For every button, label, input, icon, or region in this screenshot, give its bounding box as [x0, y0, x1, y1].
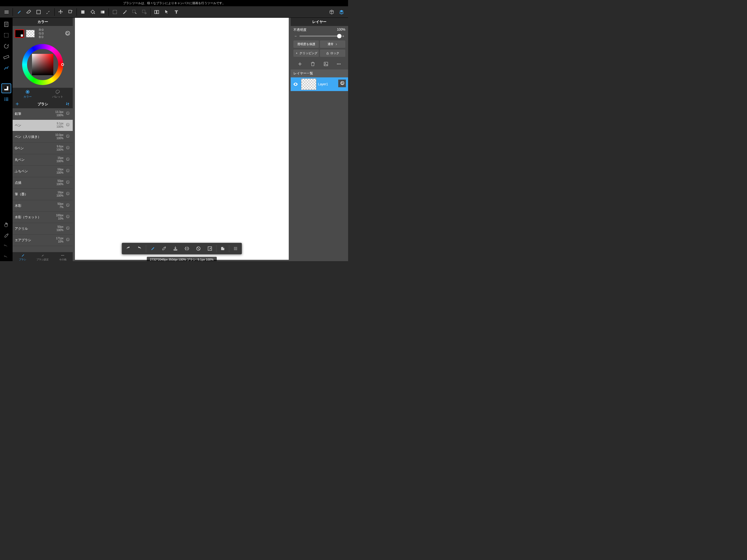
- opacity-slider[interactable]: [300, 35, 339, 36]
- menu-icon[interactable]: [2, 7, 11, 17]
- canvas[interactable]: [75, 18, 289, 260]
- brush-item[interactable]: 丸ペン 15px100%: [12, 154, 73, 166]
- fullscreen-icon[interactable]: [217, 244, 228, 254]
- edit-icon[interactable]: [204, 244, 215, 254]
- brush-item[interactable]: 鉛筆 13.3px100%: [12, 108, 73, 120]
- undo-icon[interactable]: [122, 244, 134, 254]
- color-wheel[interactable]: [12, 41, 73, 88]
- opacity-minus-icon[interactable]: −: [293, 34, 298, 38]
- brush-item[interactable]: 水彩 50px7%: [12, 200, 73, 212]
- more-layer-icon[interactable]: [335, 61, 342, 67]
- brush-values: 10.0px100%: [55, 133, 63, 140]
- layer-settings-icon[interactable]: [338, 80, 346, 87]
- add-layer-icon[interactable]: [297, 61, 303, 67]
- brush-item[interactable]: ふちペン 59px100%: [12, 166, 73, 177]
- lock-button[interactable]: ロック: [320, 50, 345, 57]
- clipping-button[interactable]: クリッピング: [293, 50, 319, 57]
- brush-gear-icon[interactable]: [65, 157, 71, 162]
- pointer-tool-icon[interactable]: [162, 7, 172, 17]
- foreground-color-swatch[interactable]: [15, 29, 24, 38]
- delete-layer-icon[interactable]: [310, 61, 316, 67]
- select-rect-icon[interactable]: [110, 7, 120, 17]
- brush-item[interactable]: 筆（墨） 18px100%: [12, 189, 73, 200]
- svg-point-35: [338, 63, 339, 64]
- brush-gear-icon[interactable]: [65, 111, 71, 117]
- layer-visibility-icon[interactable]: [292, 80, 300, 88]
- image-layer-icon[interactable]: [323, 61, 329, 67]
- status-bar: 2732*2048px 350dpi 100% ブラシ: 9.1px 100%: [147, 257, 216, 261]
- layers-icon[interactable]: [337, 7, 346, 17]
- brush-footer-brush[interactable]: ブラシ: [12, 252, 32, 261]
- flip-icon[interactable]: [181, 244, 192, 254]
- brush-gear-icon[interactable]: [65, 169, 71, 174]
- brush-tool-icon[interactable]: [14, 7, 24, 17]
- sort-brushes-icon[interactable]: [65, 101, 71, 107]
- svg-point-16: [61, 255, 62, 256]
- select-brush-icon[interactable]: [130, 7, 139, 17]
- shape-tool-icon[interactable]: [34, 7, 44, 17]
- 3d-icon[interactable]: [327, 7, 337, 17]
- brush-values: 100px10%: [56, 214, 63, 221]
- main-toolbar: [0, 6, 348, 18]
- brush-gear-icon[interactable]: [65, 203, 71, 208]
- brush-item[interactable]: エアブラシ 171px10%: [12, 235, 73, 246]
- eyedropper-tool-icon[interactable]: [1, 231, 11, 240]
- brush-item[interactable]: Gペン 9.6px100%: [12, 143, 73, 154]
- panel-split-icon[interactable]: [152, 7, 162, 17]
- svg-point-28: [234, 249, 235, 250]
- brush-gear-icon[interactable]: [65, 192, 71, 197]
- magic-wand-icon[interactable]: [120, 7, 130, 17]
- transform-tool-icon[interactable]: [66, 7, 75, 17]
- color-panel-tab-icon[interactable]: [1, 83, 11, 93]
- undo-side-icon[interactable]: [1, 253, 11, 261]
- text-tool-icon[interactable]: [172, 7, 181, 17]
- brush-gear-icon[interactable]: [65, 214, 71, 220]
- protect-alpha-button[interactable]: 透明度を保護: [293, 41, 319, 48]
- select-eraser-icon[interactable]: [139, 7, 149, 17]
- brush-gear-icon[interactable]: [65, 134, 71, 139]
- brush-gear-icon[interactable]: [65, 180, 71, 185]
- add-brush-icon[interactable]: [15, 101, 20, 107]
- hand-tool-icon[interactable]: [1, 220, 11, 230]
- brush-item[interactable]: ペン（入り抜き） 10.0px100%: [12, 131, 73, 143]
- brush-item[interactable]: ペン 9.1px100%: [12, 120, 73, 131]
- eyedropper-icon[interactable]: [158, 244, 170, 254]
- save-icon[interactable]: [170, 244, 181, 254]
- color-tab[interactable]: カラー: [12, 88, 43, 100]
- redo-icon[interactable]: [134, 244, 145, 254]
- reference-tab-icon[interactable]: [1, 63, 11, 73]
- redo-side-icon[interactable]: [1, 242, 11, 252]
- dot-tool-icon[interactable]: [44, 7, 53, 17]
- list-tab-icon[interactable]: [1, 94, 11, 104]
- color-settings-icon[interactable]: [64, 30, 71, 37]
- brush-footer-settings[interactable]: ブラシ設定: [32, 252, 52, 261]
- ruler-tab-icon[interactable]: [1, 52, 11, 62]
- svg-point-24: [236, 247, 237, 248]
- background-color-swatch[interactable]: [26, 29, 35, 38]
- rotate-lock-icon[interactable]: [192, 244, 204, 254]
- brush-mode-icon[interactable]: [147, 244, 158, 254]
- grid-icon[interactable]: [230, 244, 241, 254]
- brush-item[interactable]: 点描 50px100%: [12, 177, 73, 189]
- opacity-plus-icon[interactable]: +: [341, 34, 345, 38]
- blend-mode-button[interactable]: 通常: [320, 41, 345, 48]
- palette-tab[interactable]: パレット: [43, 88, 73, 100]
- bucket-tool-icon[interactable]: [88, 7, 98, 17]
- opacity-value: 100%: [337, 28, 345, 32]
- svg-point-23: [235, 247, 236, 248]
- brush-item[interactable]: アクリル 50px100%: [12, 223, 73, 235]
- brush-gear-icon[interactable]: [65, 146, 71, 151]
- selection-tab-icon[interactable]: [1, 30, 11, 40]
- brush-gear-icon[interactable]: [65, 123, 71, 128]
- notes-tab-icon[interactable]: [1, 19, 11, 29]
- brush-gear-icon[interactable]: [65, 226, 71, 231]
- eraser-tool-icon[interactable]: [24, 7, 34, 17]
- brush-name: ふちペン: [15, 169, 56, 174]
- brush-item[interactable]: 水彩（ウェット） 100px10%: [12, 212, 73, 223]
- refresh-tab-icon[interactable]: [1, 41, 11, 51]
- move-tool-icon[interactable]: [56, 7, 66, 17]
- brush-gear-icon[interactable]: [65, 237, 71, 243]
- fill-tool-icon[interactable]: [78, 7, 88, 17]
- brush-footer-other[interactable]: その他: [53, 252, 73, 261]
- gradient-tool-icon[interactable]: [98, 7, 107, 17]
